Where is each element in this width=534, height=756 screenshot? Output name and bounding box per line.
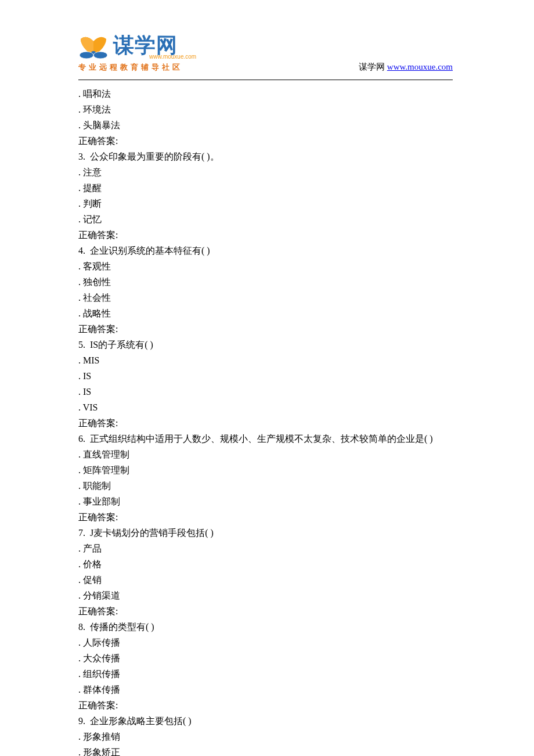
logo-subtitle: www.mouxue.com [149, 53, 196, 60]
body-line: . 形象矫正 [78, 744, 453, 756]
logo-icon [78, 35, 109, 60]
body-line: . 环境法 [78, 102, 453, 117]
body-line: . 促销 [78, 572, 453, 588]
page-header: 谋学网 www.mouxue.com 专业远程教育辅导社区 谋学网 www.mo… [0, 35, 534, 76]
body-line: . 事业部制 [78, 494, 453, 509]
body-line: . 大众传播 [78, 650, 453, 666]
body-line: 8. 传播的类型有( ) [78, 619, 453, 635]
body-line: . 客观性 [78, 258, 453, 274]
body-line: . 职能制 [78, 478, 453, 494]
body-line: . IS [78, 368, 453, 384]
body-line: . 头脑暴法 [78, 117, 453, 133]
logo-row: 谋学网 www.mouxue.com [78, 35, 196, 60]
body-line: . 判断 [78, 196, 453, 211]
body-line: 9. 企业形象战略主要包括( ) [78, 713, 453, 729]
logo-tagline: 专业远程教育辅导社区 [78, 62, 183, 73]
body-line: 正确答案: [78, 697, 453, 713]
body-line: 正确答案: [78, 227, 453, 243]
body-line: . 独创性 [78, 274, 453, 290]
body-line: 正确答案: [78, 321, 453, 337]
document-body: . 唱和法. 环境法. 头脑暴法正确答案:3. 公众印象最为重要的阶段有( )。… [0, 86, 534, 756]
body-line: . 记忆 [78, 211, 453, 227]
body-line: . MIS [78, 352, 453, 368]
body-line: . 注意 [78, 164, 453, 180]
body-line: . 价格 [78, 556, 453, 572]
body-line: . VIS [78, 399, 453, 415]
body-line: 正确答案: [78, 133, 453, 149]
site-label: 谋学网 [359, 62, 385, 71]
body-line: 7. J麦卡锡划分的营销手段包括( ) [78, 525, 453, 541]
logo-text-block: 谋学网 www.mouxue.com [113, 35, 196, 60]
body-line: . 分销渠道 [78, 588, 453, 603]
body-line: 4. 企业识别系统的基本特征有( ) [78, 243, 453, 258]
body-line: . 矩阵管理制 [78, 462, 453, 478]
site-link[interactable]: www.mouxue.com [387, 62, 453, 71]
body-line: 6. 正式组织结构中适用于人数少、规模小、生产规模不太复杂、技术较简单的企业是(… [78, 431, 453, 447]
body-line: . 直线管理制 [78, 447, 453, 462]
body-line: . 形象推销 [78, 729, 453, 744]
body-line: . IS [78, 384, 453, 399]
body-line: 正确答案: [78, 509, 453, 525]
body-line: . 社会性 [78, 290, 453, 305]
document-page: 谋学网 www.mouxue.com 专业远程教育辅导社区 谋学网 www.mo… [0, 0, 534, 756]
body-line: . 组织传播 [78, 666, 453, 682]
header-divider [78, 80, 453, 80]
body-line: 5. IS的子系统有( ) [78, 337, 453, 352]
logo-title: 谋学网 [113, 35, 196, 56]
body-line: . 唱和法 [78, 86, 453, 102]
site-logo: 谋学网 www.mouxue.com 专业远程教育辅导社区 [78, 35, 196, 73]
body-line: . 群体传播 [78, 682, 453, 697]
site-reference: 谋学网 www.mouxue.com [359, 62, 453, 73]
body-line: . 提醒 [78, 180, 453, 196]
body-line: . 人际传播 [78, 635, 453, 650]
body-line: 正确答案: [78, 415, 453, 431]
body-line: 3. 公众印象最为重要的阶段有( )。 [78, 149, 453, 164]
body-line: . 战略性 [78, 305, 453, 321]
body-line: . 产品 [78, 541, 453, 556]
body-line: 正确答案: [78, 603, 453, 619]
